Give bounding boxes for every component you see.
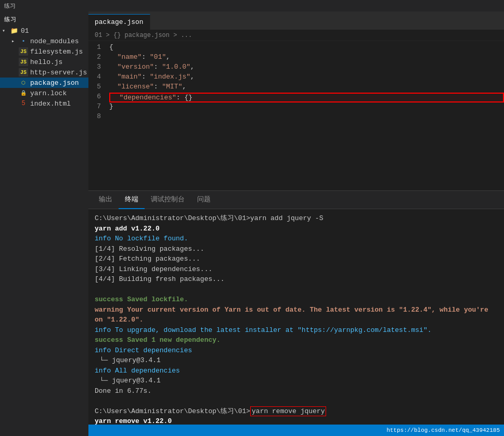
editor-tabs: package.json xyxy=(88,11,504,30)
terminal-line: └─ jquery@3.4.1 xyxy=(95,376,498,386)
js-icon: JS xyxy=(19,58,28,66)
sidebar-item-index-html[interactable]: 5 index.html xyxy=(0,98,88,109)
folder-icon: 📁 xyxy=(9,27,19,35)
title-bar: 练习 xyxy=(0,0,504,11)
tab-label: package.json xyxy=(95,18,144,26)
sidebar-item-label: package.json xyxy=(30,79,79,87)
sidebar-title: 练习 xyxy=(0,14,88,25)
modules-icon: ▪ xyxy=(19,37,28,45)
sidebar-item-yarn-lock[interactable]: 🔒 yarn.lock xyxy=(0,88,88,98)
terminal-line: warning Your current version of Yarn is … xyxy=(95,305,498,325)
terminal-content[interactable]: C:\Users\Administrator\Desktop\练习\01>yar… xyxy=(88,209,504,425)
status-bar: https://blog.csdn.net/qq_43942185 xyxy=(88,425,504,436)
terminal-line: info Direct dependencies xyxy=(95,345,498,356)
terminal-line: C:\Users\Administrator\Desktop\练习\01>yar… xyxy=(95,213,498,224)
line-content: "dependencies": {} xyxy=(109,93,504,102)
code-line-5: 5 "license": "MIT", xyxy=(88,83,504,93)
terminal-panel: 输出 终端 调试控制台 问题 C:\Users\Administrator\De… xyxy=(88,190,504,425)
code-line-3: 3 "version": "1.0.0", xyxy=(88,63,504,73)
terminal-line: └─ jquery@3.4.1 xyxy=(95,355,498,366)
chevron-down-icon: ▾ xyxy=(2,28,9,34)
line-content: "name": "01", xyxy=(109,53,504,61)
sidebar-item-filesystem[interactable]: JS filesystem.js xyxy=(0,46,88,57)
js-icon: JS xyxy=(19,68,28,76)
status-right-text: https://blog.csdn.net/qq_43942185 xyxy=(386,427,500,433)
line-number: 5 xyxy=(88,83,109,91)
code-line-6: 6 "dependencies": {} xyxy=(88,93,504,102)
panel-tabs: 输出 终端 调试控制台 问题 xyxy=(88,191,504,209)
terminal-line: [3/4] Linking dependencies... xyxy=(95,264,498,275)
sidebar-item-folder-01[interactable]: ▾ 📁 01 xyxy=(0,25,88,36)
sidebar-item-node-modules[interactable]: ▸ ▪ node_modules xyxy=(0,36,88,46)
line-content: "version": "1.0.0", xyxy=(109,63,504,71)
terminal-line: info To upgrade, download the latest ins… xyxy=(95,325,498,336)
terminal-line: [2/4] Fetching packages... xyxy=(95,254,498,264)
code-line-7: 7 } xyxy=(88,102,504,112)
line-content: "main": "index.js", xyxy=(109,73,504,81)
sidebar-item-label: yarn.lock xyxy=(30,89,67,97)
terminal-line: Done in 6.77s. xyxy=(95,386,498,396)
code-area: 1 { 2 "name": "01", 3 "version": "1.0.0"… xyxy=(88,41,504,190)
json-icon: ⬡ xyxy=(19,79,28,87)
tab-label: 终端 xyxy=(125,195,138,204)
line-number: 2 xyxy=(88,53,109,61)
line-number: 4 xyxy=(88,73,109,81)
terminal-line: success Saved lockfile. xyxy=(95,294,498,305)
content-area: package.json 01 > {} package.json > ... … xyxy=(88,11,504,436)
line-number: 7 xyxy=(88,102,109,110)
yarn-icon: 🔒 xyxy=(19,89,28,97)
terminal-line: info No lockfile found. xyxy=(95,234,498,244)
editor: package.json 01 > {} package.json > ... … xyxy=(88,11,504,190)
terminal-line xyxy=(95,285,498,295)
terminal-line: [1/4] Resolving packages... xyxy=(95,244,498,254)
code-line-8: 8 xyxy=(88,112,504,122)
code-line-4: 4 "main": "index.js", xyxy=(88,73,504,83)
line-number: 6 xyxy=(88,93,109,100)
breadcrumb: 01 > {} package.json > ... xyxy=(88,30,504,41)
sidebar-item-label: filesystem.js xyxy=(30,48,83,56)
terminal-line: yarn remove v1.22.0 xyxy=(95,416,498,425)
line-content: } xyxy=(109,102,504,110)
tab-package-json[interactable]: package.json xyxy=(88,14,150,30)
sidebar-item-label: http-server.js xyxy=(30,69,87,76)
tab-problems[interactable]: 问题 xyxy=(191,191,217,209)
terminal-line: yarn add v1.22.0 xyxy=(95,224,498,234)
code-line-2: 2 "name": "01", xyxy=(88,53,504,63)
sidebar-item-package-json[interactable]: ⬡ package.json xyxy=(0,78,88,88)
tab-output[interactable]: 输出 xyxy=(93,191,119,209)
terminal-line: [4/4] Building fresh packages... xyxy=(95,274,498,285)
tab-label: 问题 xyxy=(197,195,211,204)
line-number: 1 xyxy=(88,43,109,51)
code-line-1: 1 { xyxy=(88,43,504,53)
sidebar: 练习 ▾ 📁 01 ▸ ▪ node_modules JS filesystem… xyxy=(0,11,88,436)
js-icon: JS xyxy=(19,47,28,56)
terminal-line: success Saved 1 new dependency. xyxy=(95,335,498,345)
tab-label: 输出 xyxy=(99,195,112,204)
chevron-right-icon: ▸ xyxy=(11,38,19,44)
line-content: "license": "MIT", xyxy=(109,83,504,91)
tab-terminal[interactable]: 终端 xyxy=(119,191,145,209)
html-icon: 5 xyxy=(19,99,28,108)
sidebar-item-label: hello.js xyxy=(30,58,62,66)
line-number: 3 xyxy=(88,63,109,71)
terminal-line xyxy=(95,396,498,406)
sidebar-item-http-server[interactable]: JS http-server.js xyxy=(0,67,88,78)
terminal-line: info All dependencies xyxy=(95,366,498,376)
sidebar-item-hello[interactable]: JS hello.js xyxy=(0,57,88,67)
sidebar-item-label: index.html xyxy=(30,100,71,108)
sidebar-item-label: node_modules xyxy=(30,37,79,45)
sidebar-item-label: 01 xyxy=(21,27,29,35)
tab-debug-console[interactable]: 调试控制台 xyxy=(145,191,191,209)
terminal-line: C:\Users\Administrator\Desktop\练习\01>yar… xyxy=(95,406,498,417)
line-content: { xyxy=(109,43,504,51)
title-text: 练习 xyxy=(4,2,16,10)
breadcrumb-text: 01 > {} package.json > ... xyxy=(95,32,192,39)
tab-label: 调试控制台 xyxy=(151,195,185,204)
line-number: 8 xyxy=(88,112,109,120)
